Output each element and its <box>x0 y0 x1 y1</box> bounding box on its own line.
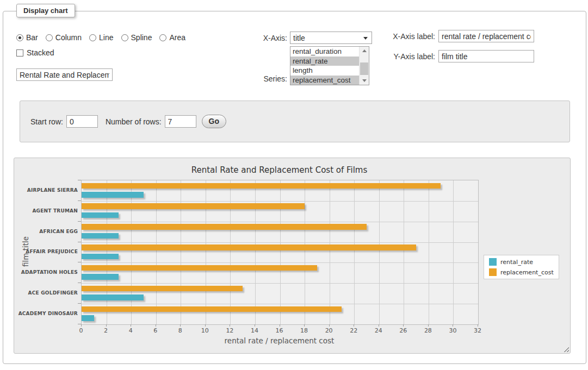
chart-title: Rental Rate and Replacement Cost of Film… <box>81 165 478 175</box>
radio-label: Area <box>169 33 185 42</box>
resize-grip-icon[interactable] <box>562 346 569 352</box>
x-axis-label-input[interactable] <box>438 30 534 42</box>
legend-swatch <box>489 258 497 266</box>
bar-replacement_cost[interactable] <box>82 224 367 230</box>
category-label: ACADEMY DINOSAUR <box>25 303 78 324</box>
x-tick-label: 2 <box>104 327 108 334</box>
category-label: AFFAIR PREJUDICE <box>25 242 78 262</box>
bar-rental_rate[interactable] <box>82 192 144 198</box>
radio-icon <box>89 34 96 41</box>
gridline-v <box>255 180 256 324</box>
scroll-up-button[interactable] <box>360 47 369 55</box>
start-row-input[interactable] <box>66 115 98 128</box>
series-option-length[interactable]: length <box>290 66 359 76</box>
scrollbar-thumb[interactable] <box>360 62 368 75</box>
series-select-label: Series: <box>239 74 287 83</box>
legend-entry-rental_rate[interactable]: rental_rate <box>489 258 554 266</box>
x-tick-mark <box>205 324 206 327</box>
x-tick-mark <box>403 324 404 327</box>
legend-swatch <box>489 268 497 276</box>
gridline-h <box>82 242 478 243</box>
x-axis-select[interactable]: title <box>290 32 372 44</box>
legend-entry-replacement_cost[interactable]: replacement_cost <box>489 268 554 276</box>
bar-replacement_cost[interactable] <box>82 265 317 271</box>
chart-title-input[interactable] <box>16 68 113 81</box>
x-tick-mark <box>230 324 230 327</box>
x-axis-label-label: X-Axis label: <box>381 32 435 41</box>
x-tick-label: 18 <box>300 327 308 334</box>
gridline-h <box>82 222 478 222</box>
chart-type-area[interactable]: Area <box>159 33 185 42</box>
x-tick-mark <box>354 324 354 327</box>
x-tick-mark <box>329 324 330 327</box>
y-tick-mark <box>78 200 81 201</box>
y-axis-label-input[interactable] <box>438 50 534 62</box>
chart-legend: rental_ratereplacement_cost <box>484 255 559 279</box>
x-tick-label: 14 <box>251 327 258 334</box>
category-label: ACE GOLDFINGER <box>25 283 78 303</box>
x-tick-label: 22 <box>350 327 357 334</box>
radio-label: Column <box>55 33 82 42</box>
bar-rental_rate[interactable] <box>82 212 119 218</box>
chart-type-column[interactable]: Column <box>46 33 82 42</box>
series-option-rental_duration[interactable]: rental_duration <box>290 47 359 57</box>
series-option-replacement_cost[interactable]: replacement_cost <box>290 76 359 85</box>
y-tick-mark <box>78 303 81 304</box>
series-scrollbar[interactable] <box>359 47 369 85</box>
bar-rental_rate[interactable] <box>82 274 119 280</box>
bar-replacement_cost[interactable] <box>82 286 243 292</box>
bar-rental_rate[interactable] <box>82 233 119 239</box>
series-listbox[interactable]: rental_durationrental_ratelengthreplacem… <box>290 46 369 85</box>
category-label: AIRPLANE SIERRA <box>25 180 78 200</box>
x-tick-mark <box>81 324 82 327</box>
chart-type-spline[interactable]: Spline <box>121 33 152 42</box>
stacked-row[interactable]: Stacked <box>16 47 54 59</box>
chart-type-line[interactable]: Line <box>89 33 113 42</box>
radio-icon <box>16 34 23 41</box>
stacked-checkbox[interactable] <box>16 49 23 57</box>
chart-type-bar[interactable]: Bar <box>16 33 38 42</box>
gridline-v <box>131 180 132 324</box>
radio-icon <box>121 34 128 41</box>
x-tick-label: 28 <box>424 327 432 334</box>
bar-rental_rate[interactable] <box>82 294 144 300</box>
y-tick-mark <box>78 180 81 180</box>
x-tick-mark <box>156 324 156 327</box>
chart-type-row: BarColumnLineSplineArea <box>16 30 185 45</box>
bar-rental_rate[interactable] <box>82 315 94 321</box>
arrow-up-icon <box>362 49 367 52</box>
num-rows-input[interactable] <box>165 115 196 128</box>
x-axis-selected-value: title <box>293 34 305 42</box>
y-tick-mark <box>78 221 81 222</box>
bar-replacement_cost[interactable] <box>82 244 416 250</box>
scroll-down-button[interactable] <box>360 77 369 85</box>
x-tick-mark <box>304 324 305 327</box>
bar-replacement_cost[interactable] <box>82 183 441 189</box>
bar-replacement_cost[interactable] <box>82 306 342 312</box>
chevron-down-icon <box>363 37 368 40</box>
x-tick-mark <box>379 324 379 327</box>
x-tick-mark <box>131 324 131 327</box>
gridline-v <box>280 180 281 324</box>
x-tick-mark <box>280 324 280 327</box>
y-axis-title: film title <box>21 236 30 267</box>
series-option-rental_rate[interactable]: rental_rate <box>290 57 359 66</box>
bar-rental_rate[interactable] <box>82 254 119 260</box>
y-tick-mark <box>78 324 81 324</box>
category-label: AFRICAN EGG <box>25 221 78 242</box>
chart-container: Rental Rate and Replacement Cost of Film… <box>14 158 571 354</box>
x-tick-mark <box>106 324 107 327</box>
x-tick-label: 20 <box>325 327 333 334</box>
x-tick-label: 10 <box>201 327 209 334</box>
fieldset-legend: Display chart <box>16 4 75 17</box>
go-button[interactable]: Go <box>202 115 226 128</box>
x-tick-label: 30 <box>449 327 456 334</box>
category-label: ADAPTATION HOLES <box>25 262 78 283</box>
radio-icon <box>159 34 166 41</box>
x-tick-label: 12 <box>226 327 233 334</box>
x-tick-label: 8 <box>178 327 182 334</box>
x-tick-label: 32 <box>474 327 481 334</box>
gridline-v <box>330 180 330 324</box>
bar-replacement_cost[interactable] <box>82 203 305 209</box>
y-axis-label-label: Y-Axis label: <box>381 52 435 61</box>
